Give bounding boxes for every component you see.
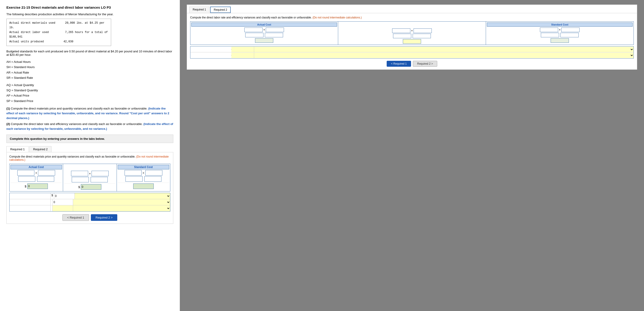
actual-input-1b[interactable] <box>38 170 55 176</box>
standard-inputs-row1: × <box>118 170 169 176</box>
vr3-label <box>10 205 50 211</box>
data-row-1: Actual direct materials used 20,000 lbs.… <box>9 21 108 30</box>
data-table: Actual direct materials used 20,000 lbs.… <box>6 19 111 46</box>
vr3-select[interactable]: Favorable Unfavorable No variance <box>73 205 170 211</box>
middle-input-2a[interactable] <box>72 177 89 182</box>
right-middle-2b[interactable] <box>413 34 431 38</box>
right-mult-3: × <box>411 29 413 32</box>
middle-dollar: $ <box>78 185 80 189</box>
standard-cost-header: Standard Cost <box>118 165 169 170</box>
right-actual-sum[interactable] <box>255 38 273 43</box>
instructions: (1) Compute the direct materials price a… <box>6 106 173 131</box>
middle-inputs-row2 <box>64 177 116 182</box>
vr1-label <box>10 193 50 199</box>
right-actual-row1: × <box>191 28 337 32</box>
vr1-input[interactable] <box>54 193 75 199</box>
right-middle-row2 <box>339 34 485 38</box>
right-middle-1b[interactable] <box>414 28 432 33</box>
actual-cost-header: Actual Cost <box>10 165 62 170</box>
bottom-nav: < Required 1 Required 2 > <box>9 214 170 221</box>
actual-sum-input[interactable] <box>27 184 48 189</box>
right-actual-sum-row <box>191 38 337 43</box>
middle-cost-col: × $ <box>63 164 116 191</box>
right-actual-1a[interactable] <box>244 28 262 32</box>
right-tab-required1[interactable]: Required 1 <box>189 6 210 13</box>
right-card-body: Compute the direct labor rate and effici… <box>187 13 637 70</box>
actual-sum-row: $ <box>10 182 62 190</box>
right-panel: Required 1 Required 2 Compute the direct… <box>180 0 644 311</box>
data-row-2: Actual direct labor used 7,265 hours for… <box>9 30 108 40</box>
right-vr-2: Favorable Unfavorable No variance <box>190 52 634 58</box>
variance-results: $ Favorable Unfavorable No variance Favo… <box>9 193 170 212</box>
tab-required2[interactable]: Required 2 <box>30 146 52 152</box>
right-variance-results: Favorable Unfavorable No variance Favora… <box>190 46 634 58</box>
right-prev-button[interactable]: < Required 1 <box>387 61 411 67</box>
right-middle-sum[interactable] <box>403 39 421 44</box>
right-actual-col: Actual Cost × <box>190 22 338 44</box>
right-standard-2a[interactable] <box>541 33 559 37</box>
right-standard-1a[interactable] <box>540 28 558 32</box>
variance-row-2: Favorable Unfavorable No variance <box>10 199 170 205</box>
right-actual-row2 <box>191 33 337 37</box>
right-standard-1b[interactable] <box>561 28 580 32</box>
right-middle-1a[interactable] <box>392 28 410 33</box>
middle-sum-input[interactable] <box>81 184 101 190</box>
actual-dollar: $ <box>25 185 26 188</box>
right-middle-col: × <box>338 22 486 44</box>
next-button[interactable]: Required 2 > <box>91 214 118 221</box>
data-row-3: Actual units produced 42,030 <box>9 40 108 44</box>
right-middle-2a[interactable] <box>393 34 411 38</box>
vr1-dollar: $ <box>50 193 54 199</box>
abbr-sp: SP = Standard Price <box>6 98 173 104</box>
tabs-row: Required 1 Required 2 <box>6 146 173 152</box>
vr3-input[interactable] <box>52 205 73 211</box>
right-cost-display: Actual Cost × <box>190 22 634 45</box>
standard-input-1a[interactable] <box>124 170 142 176</box>
prev-button[interactable]: < Required 1 <box>62 214 89 221</box>
actual-input-2a[interactable] <box>18 176 35 182</box>
vr3-dollar <box>50 205 52 211</box>
abbr-ar: AR = Actual Rate <box>6 70 173 75</box>
middle-input-1b[interactable] <box>92 171 108 176</box>
standard-input-2b[interactable] <box>144 176 162 182</box>
right-card: Required 1 Required 2 Compute the direct… <box>187 4 637 70</box>
actual-input-2b[interactable] <box>37 176 54 182</box>
middle-input-2b[interactable] <box>91 177 108 182</box>
abbr-ah: AH = Actual Hours <box>6 59 173 64</box>
right-standard-row2 <box>487 33 632 37</box>
tab-required1[interactable]: Required 1 <box>6 146 29 152</box>
right-next-button[interactable]: Required 2 > <box>413 61 437 67</box>
right-actual-2a[interactable] <box>245 33 264 37</box>
standard-inputs-row2 <box>118 176 169 182</box>
right-standard-2b[interactable] <box>560 33 579 37</box>
mult-sign-3: × <box>88 172 91 175</box>
standard-input-2a[interactable] <box>126 176 142 182</box>
right-vr-1: Favorable Unfavorable No variance <box>190 46 634 52</box>
standard-sum-input[interactable] <box>133 184 154 189</box>
abbreviations: AH = Actual Hours SH = Standard Hours AR… <box>6 59 173 104</box>
rvr2-label <box>190 55 231 56</box>
right-standard-header: Standard Cost <box>487 22 632 27</box>
right-tab-required2[interactable]: Required 2 <box>210 6 231 13</box>
tab-content-required1: Compute the direct materials price and q… <box>6 152 173 224</box>
rvr1-select[interactable]: Favorable Unfavorable No variance <box>254 47 634 52</box>
actual-input-1a[interactable] <box>17 170 34 176</box>
rvr1-input[interactable] <box>231 47 254 52</box>
right-card-header: Required 1 Required 2 <box>187 5 637 13</box>
right-standard-sum[interactable] <box>551 38 569 43</box>
rvr2-select[interactable]: Favorable Unfavorable No variance <box>254 52 634 58</box>
actual-inputs-row1: × <box>10 170 62 176</box>
vr2-select[interactable]: Favorable Unfavorable No variance <box>73 199 170 205</box>
rvr1-label <box>190 49 231 50</box>
vr2-input[interactable] <box>52 199 73 205</box>
actual-cost-col: Actual Cost × $ <box>10 164 63 191</box>
vr1-select[interactable]: Favorable Unfavorable No variance <box>75 193 170 199</box>
right-actual-1b[interactable] <box>266 28 284 32</box>
middle-input-1a[interactable] <box>71 171 88 176</box>
rvr2-input[interactable] <box>231 52 254 58</box>
standard-input-1b[interactable] <box>145 170 162 176</box>
right-actual-2b[interactable] <box>265 33 283 37</box>
middle-sum-row: $ <box>64 183 116 190</box>
abbr-aq: AQ = Actual Quantity <box>6 82 173 88</box>
variance-row-1: $ Favorable Unfavorable No variance <box>10 193 170 199</box>
